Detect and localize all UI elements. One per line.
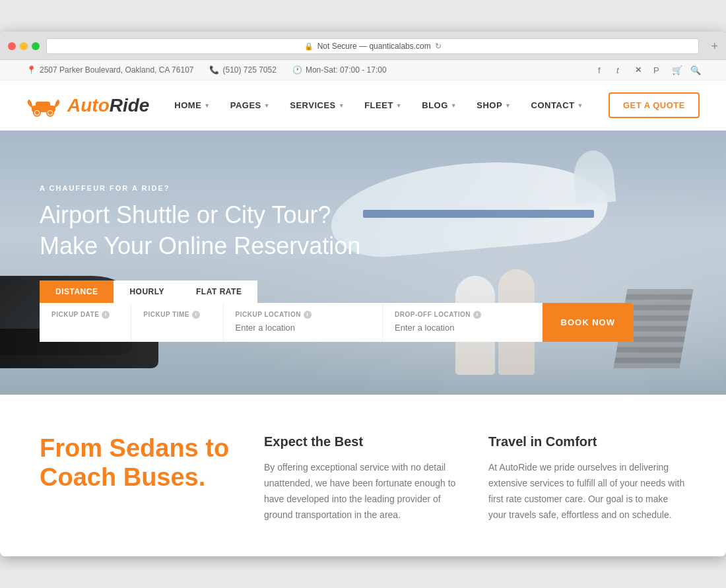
browser-window: 🔒 Not Secure — quanticalabs.com ↻ + 📍 25… — [0, 32, 726, 556]
cart-icon[interactable]: 🛒 — [672, 65, 681, 75]
get-quote-button[interactable]: GET A QUOTE — [609, 92, 700, 118]
pickup-location-input[interactable] — [236, 321, 371, 334]
location-icon: 📍 — [26, 65, 36, 75]
reload-icon: ↻ — [435, 42, 442, 51]
dropoff-location-field: DROP-OFF LOCATION i — [383, 303, 543, 342]
hero-content: A CHAUFFEUR FOR A RIDE? Airport Shuttle … — [40, 184, 686, 342]
nav-pages[interactable]: PAGES ▼ — [222, 95, 278, 115]
tab-hourly[interactable]: HOURLY — [114, 280, 180, 303]
pickup-location-label: PICKUP LOCATION i — [236, 311, 371, 319]
phone-value: (510) 725 7052 — [222, 65, 276, 75]
facebook-icon[interactable]: f — [598, 65, 607, 75]
phone-item: 📞 (510) 725 7052 — [209, 65, 276, 75]
dropoff-location-label: DROP-OFF LOCATION i — [395, 311, 530, 319]
hero-title-line1: Airport Shuttle or City Tour? — [40, 201, 331, 228]
logo-text: AutoRide — [67, 95, 149, 116]
address-bar[interactable]: 🔒 Not Secure — quanticalabs.com ↻ — [46, 38, 699, 54]
twitter-icon[interactable]: t — [616, 65, 626, 75]
content-section: From Sedans to Coach Buses. Expect the B… — [0, 395, 726, 556]
browser-dots — [8, 42, 40, 50]
pickup-time-field: PICKUP TIME i — [131, 303, 223, 342]
phone-icon: 📞 — [209, 65, 219, 75]
top-bar-left: 📍 2507 Parker Boulevard, Oakland, CA 761… — [26, 65, 387, 75]
logo-icon — [26, 94, 61, 117]
clock-icon: 🕐 — [292, 65, 302, 75]
pickup-date-input[interactable] — [51, 321, 119, 334]
hero-title-line2: Make Your Online Reservation — [40, 232, 360, 259]
nav-services[interactable]: SERVICES ▼ — [282, 95, 352, 115]
col2-text: By offering exceptional service with no … — [264, 460, 462, 523]
hero-section: A CHAUFFEUR FOR A RIDE? Airport Shuttle … — [0, 131, 726, 395]
content-col-2: Expect the Best By offering exceptional … — [264, 434, 462, 523]
chevron-down-icon: ▼ — [396, 102, 402, 109]
svg-point-4 — [36, 112, 38, 114]
hours-value: Mon-Sat: 07:00 - 17:00 — [306, 65, 387, 75]
svg-point-5 — [49, 112, 51, 114]
maximize-dot[interactable] — [32, 42, 40, 50]
chevron-down-icon: ▼ — [264, 102, 270, 109]
pinterest-icon[interactable]: P — [653, 65, 663, 75]
chevron-down-icon: ▼ — [451, 102, 457, 109]
tab-flat-rate[interactable]: FLAT RATE — [180, 280, 257, 303]
pickup-date-field: PICKUP DATE i — [40, 303, 131, 342]
new-tab-button[interactable]: + — [711, 40, 718, 53]
chevron-down-icon: ▼ — [204, 102, 210, 109]
content-col-3: Travel in Comfort At AutoRide we pride o… — [488, 434, 686, 523]
info-icon: i — [304, 311, 312, 319]
nav-home[interactable]: HOME ▼ — [166, 95, 218, 115]
svg-rect-1 — [36, 102, 50, 108]
minimize-dot[interactable] — [20, 42, 28, 50]
browser-chrome: 🔒 Not Secure — quanticalabs.com ↻ + — [0, 32, 726, 60]
pickup-time-label: PICKUP TIME i — [143, 311, 211, 319]
nav-contact[interactable]: CONTACT ▼ — [523, 95, 592, 115]
big-heading: From Sedans to Coach Buses. — [40, 434, 238, 492]
chevron-down-icon: ▼ — [339, 102, 345, 109]
chevron-down-icon: ▼ — [578, 102, 583, 109]
content-col-1: From Sedans to Coach Buses. — [40, 434, 238, 523]
nav-shop[interactable]: SHOP ▼ — [469, 95, 519, 115]
logo-auto: Auto — [67, 95, 110, 115]
top-bar: 📍 2507 Parker Boulevard, Oakland, CA 761… — [0, 60, 726, 81]
logo-ride: Ride — [110, 95, 150, 115]
dropoff-location-input[interactable] — [395, 321, 530, 334]
booking-tabs: DISTANCE HOURLY FLAT RATE — [40, 280, 686, 303]
col3-text: At AutoRide we pride ourselves in delive… — [488, 460, 686, 523]
pickup-date-label: PICKUP DATE i — [51, 311, 119, 319]
hero-eyebrow: A CHAUFFEUR FOR A RIDE? — [40, 184, 686, 192]
nav-fleet[interactable]: FLEET ▼ — [356, 95, 410, 115]
hours-item: 🕐 Mon-Sat: 07:00 - 17:00 — [292, 65, 387, 75]
tab-distance[interactable]: DISTANCE — [40, 280, 114, 303]
lock-icon: 🔒 — [304, 42, 314, 51]
info-icon: i — [473, 311, 481, 319]
address-value: 2507 Parker Boulevard, Oakland, CA 76107 — [40, 65, 193, 75]
col3-heading: Travel in Comfort — [488, 434, 686, 449]
chevron-down-icon: ▼ — [505, 102, 511, 109]
pickup-time-input[interactable] — [143, 321, 211, 334]
nav-blog[interactable]: BLOG ▼ — [414, 95, 465, 115]
header: AutoRide HOME ▼ PAGES ▼ SERVICES ▼ FLEET… — [0, 81, 726, 131]
xing-icon[interactable]: ✕ — [635, 65, 644, 75]
book-now-button[interactable]: BOOK NOW — [543, 303, 634, 342]
hero-title: Airport Shuttle or City Tour? Make Your … — [40, 200, 686, 262]
main-nav: HOME ▼ PAGES ▼ SERVICES ▼ FLEET ▼ BLOG ▼… — [166, 95, 591, 115]
pickup-location-field: PICKUP LOCATION i — [224, 303, 383, 342]
search-icon[interactable]: 🔍 — [690, 65, 700, 75]
col2-heading: Expect the Best — [264, 434, 462, 449]
info-icon: i — [192, 311, 200, 319]
address-text: Not Secure — quanticalabs.com — [317, 42, 431, 51]
top-bar-right: f t ✕ P 🛒 🔍 — [598, 65, 700, 75]
close-dot[interactable] — [8, 42, 16, 50]
booking-form: PICKUP DATE i PICKUP TIME i PICKUP LOCAT… — [40, 303, 634, 342]
logo[interactable]: AutoRide — [26, 94, 149, 117]
address-item: 📍 2507 Parker Boulevard, Oakland, CA 761… — [26, 65, 193, 75]
info-icon: i — [102, 311, 110, 319]
